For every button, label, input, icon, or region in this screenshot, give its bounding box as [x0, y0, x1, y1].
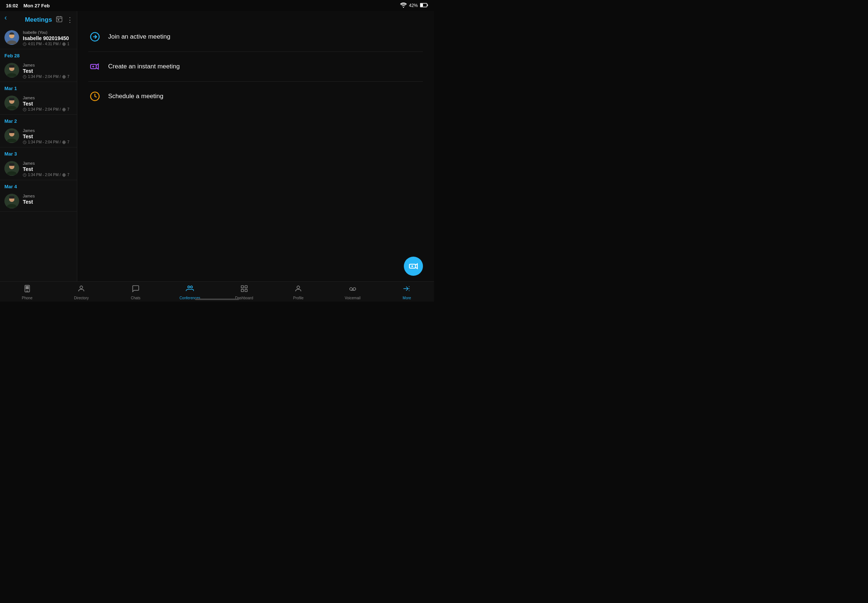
svg-rect-2	[427, 5, 428, 6]
battery-icon	[420, 3, 428, 8]
chats-icon	[132, 284, 140, 295]
status-right: 42%	[400, 3, 428, 9]
svg-rect-74	[241, 286, 243, 288]
voicemail-icon	[349, 284, 357, 295]
meeting-item[interactable]: JamesTest 1:34 PM - 2:04 PM / 7	[0, 60, 77, 82]
avatar	[5, 194, 19, 209]
date-label-mar4: Mar 4	[0, 180, 77, 191]
nav-item-more[interactable]: More	[380, 281, 434, 302]
avatar	[5, 161, 19, 176]
meeting-time: 1:34 PM - 2:04 PM / 7	[23, 107, 73, 111]
nav-item-chats[interactable]: Chats	[108, 281, 163, 302]
meeting-host: Isabelle (You)	[23, 30, 73, 34]
svg-point-66	[27, 287, 28, 288]
svg-point-73	[190, 286, 193, 288]
right-panel: Join an active meeting Create an instant…	[77, 11, 434, 281]
left-panel: Meetings ⋮ Isabelle (You)Isabe	[0, 11, 77, 281]
video-plus-icon	[88, 60, 102, 73]
svg-rect-7	[58, 19, 59, 20]
avatar	[5, 128, 19, 143]
nav-label-chats: Chats	[131, 296, 141, 300]
calendar-icon-button[interactable]	[56, 15, 63, 25]
svg-point-67	[28, 287, 29, 288]
meeting-name: Test	[23, 166, 73, 172]
svg-rect-42	[9, 163, 14, 166]
avatar	[5, 96, 19, 110]
svg-point-62	[26, 286, 26, 287]
action-label-join: Join an active meeting	[108, 33, 170, 40]
nav-item-directory[interactable]: Directory	[54, 281, 109, 302]
meeting-name: Isabelle 902019450	[23, 35, 73, 41]
svg-rect-18	[9, 65, 14, 68]
meeting-time: 1:34 PM - 2:04 PM / 7	[23, 173, 73, 177]
battery-text: 42%	[409, 3, 418, 8]
nav-label-profile: Profile	[293, 296, 303, 300]
phone-icon	[23, 284, 31, 295]
meeting-info: JamesTest 1:34 PM - 2:04 PM / 7	[23, 128, 73, 144]
svg-point-78	[297, 286, 300, 289]
svg-point-71	[80, 286, 83, 289]
date-label-feb28: Feb 28	[0, 49, 77, 60]
meeting-host: James	[23, 161, 73, 165]
meeting-item[interactable]: Isabelle (You)Isabelle 902019450 4:01 PM…	[0, 27, 77, 49]
nav-item-voicemail[interactable]: Voicemail	[325, 281, 380, 302]
nav-label-directory: Directory	[74, 296, 89, 300]
meeting-name: Test	[23, 199, 73, 205]
action-schedule[interactable]: Schedule a meeting	[88, 82, 423, 111]
meeting-item[interactable]: JamesTest 1:34 PM - 2:04 PM / 7	[0, 93, 77, 115]
svg-rect-26	[9, 98, 14, 100]
svg-rect-34	[9, 130, 14, 133]
meeting-item[interactable]: JamesTest	[0, 191, 77, 212]
nav-item-phone[interactable]: Phone	[0, 281, 54, 302]
nav-item-profile[interactable]: Profile	[271, 281, 326, 302]
avatar	[5, 30, 19, 45]
avatar	[5, 63, 19, 77]
svg-point-72	[188, 286, 190, 288]
more-icon	[403, 284, 411, 295]
profile-icon	[294, 284, 302, 295]
meeting-info: Isabelle (You)Isabelle 902019450 4:01 PM…	[23, 30, 73, 46]
nav-label-voicemail: Voicemail	[345, 296, 361, 300]
meeting-item[interactable]: JamesTest 1:34 PM - 2:04 PM / 7	[0, 125, 77, 147]
nav-label-phone: Phone	[22, 296, 32, 300]
action-join[interactable]: Join an active meeting	[88, 22, 423, 52]
date-label-mar1: Mar 1	[0, 82, 77, 93]
clock-icon	[88, 90, 102, 103]
meeting-time: 1:34 PM - 2:04 PM / 7	[23, 75, 73, 79]
svg-rect-77	[245, 289, 247, 292]
more-options-button[interactable]: ⋮	[67, 16, 73, 24]
action-instant[interactable]: Create an instant meeting	[88, 52, 423, 82]
meeting-name: Test	[23, 133, 73, 139]
status-date: Mon 27 Feb	[23, 3, 50, 8]
meeting-host: James	[23, 63, 73, 67]
home-indicator	[195, 298, 239, 300]
svg-rect-3	[57, 17, 62, 22]
action-list: Join an active meeting Create an instant…	[88, 22, 423, 111]
meeting-item[interactable]: JamesTest 1:34 PM - 2:04 PM / 7	[0, 158, 77, 180]
nav-label-more: More	[403, 296, 411, 300]
create-meeting-fab[interactable]	[404, 257, 423, 276]
svg-point-79	[350, 288, 352, 290]
meeting-name: Test	[23, 101, 73, 107]
svg-point-65	[26, 287, 26, 288]
meeting-info: JamesTest 1:34 PM - 2:04 PM / 7	[23, 96, 73, 111]
status-bar: 16:02 Mon 27 Feb 42%	[0, 0, 434, 11]
date-label-mar2: Mar 2	[0, 115, 77, 125]
meeting-info: JamesTest	[23, 194, 73, 206]
meeting-host: James	[23, 194, 73, 198]
status-time-date: 16:02 Mon 27 Feb	[6, 3, 50, 8]
conferences-icon	[186, 284, 194, 295]
svg-point-68	[26, 288, 26, 289]
panel-header: Meetings ⋮	[0, 11, 77, 27]
arrow-right-icon	[88, 30, 102, 43]
main-layout: Meetings ⋮ Isabelle (You)Isabe	[0, 11, 434, 281]
svg-rect-1	[420, 4, 423, 7]
svg-rect-50	[9, 196, 14, 199]
meeting-info: JamesTest 1:34 PM - 2:04 PM / 7	[23, 161, 73, 177]
svg-point-63	[27, 286, 28, 287]
status-time: 16:02	[6, 3, 18, 8]
wifi-icon	[400, 3, 407, 9]
meeting-time: 1:34 PM - 2:04 PM / 7	[23, 140, 73, 144]
panel-title: Meetings	[25, 16, 52, 23]
svg-point-70	[28, 288, 29, 289]
